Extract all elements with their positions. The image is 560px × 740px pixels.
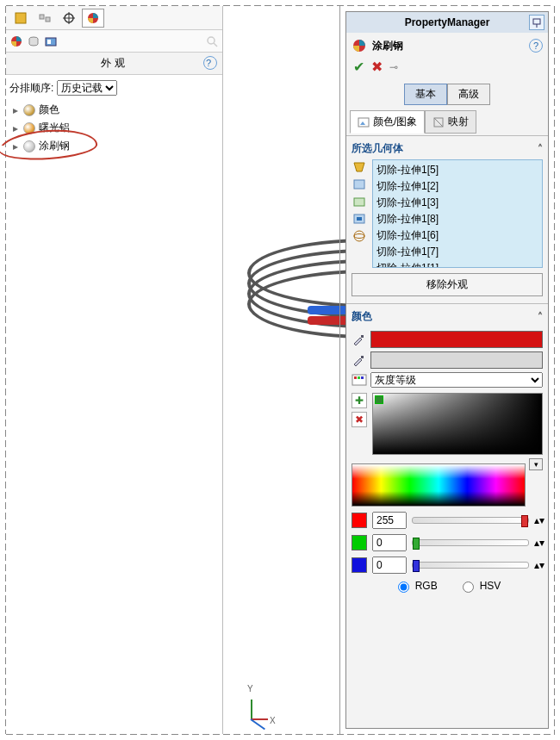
help-icon[interactable]: ?: [203, 56, 217, 70]
secondary-color-swatch[interactable]: [370, 351, 543, 369]
scene-icon[interactable]: [44, 34, 58, 48]
svg-rect-0: [16, 13, 26, 23]
feature-tree-icon[interactable]: [9, 9, 32, 28]
rgb-radio[interactable]: RGB: [394, 579, 438, 593]
geometry-header: 所选几何体: [352, 141, 403, 156]
config-icon[interactable]: [34, 9, 56, 28]
color-header: 颜色: [352, 309, 372, 324]
view-triad[interactable]: Y X: [242, 687, 280, 725]
remove-appearance-button[interactable]: 移除外观: [352, 273, 543, 296]
spinner-icon[interactable]: ▴▾: [534, 514, 543, 526]
list-item: 切除-拉伸1[2]: [375, 178, 540, 195]
eyedropper-icon[interactable]: [352, 353, 365, 367]
r-input[interactable]: [372, 512, 407, 529]
help-icon[interactable]: ?: [529, 39, 543, 53]
pin-icon[interactable]: ⊸: [389, 61, 398, 73]
filter-surface-icon[interactable]: [352, 228, 369, 244]
grayscale-select[interactable]: 灰度等级: [370, 372, 543, 388]
svg-rect-26: [361, 335, 364, 338]
svg-line-12: [214, 43, 217, 47]
spinner-icon[interactable]: ▴▾: [534, 537, 543, 549]
sort-row: 分排顺序: 历史记载: [6, 75, 222, 101]
pm-tabs: 颜色/图象 映射: [346, 109, 548, 135]
filter-part-icon[interactable]: [352, 159, 369, 175]
list-item: 切除-拉伸1[1]: [375, 260, 540, 268]
tree-item-brushed-steel[interactable]: ▸ 涂刷钢: [11, 137, 217, 155]
target-icon[interactable]: [58, 9, 80, 28]
tab-color-image[interactable]: 颜色/图象: [350, 110, 425, 134]
axis-x-label: X: [270, 716, 276, 725]
appearance-tree: ▸ 颜色 ▸ 曙光铝 ▸ 涂刷钢: [6, 101, 222, 155]
g-slider[interactable]: [412, 539, 529, 546]
g-swatch: [352, 535, 367, 550]
pushpin-icon[interactable]: [529, 15, 544, 30]
r-row: ▴▾: [352, 512, 543, 529]
geometry-list[interactable]: 切除-拉伸1[5] 切除-拉伸1[2] 切除-拉伸1[3] 切除-拉伸1[8] …: [372, 159, 543, 268]
tree-item[interactable]: ▸ 曙光铝: [11, 119, 217, 137]
list-item: 切除-拉伸1[5]: [375, 162, 540, 178]
expand-icon[interactable]: ▸: [11, 104, 20, 116]
swatch-icon: [23, 104, 35, 116]
swatch-icon: [23, 122, 35, 134]
search-icon[interactable]: [205, 34, 219, 48]
image-icon: [358, 116, 370, 128]
tree-item-label: 颜色: [39, 103, 59, 117]
svg-line-19: [434, 118, 443, 127]
swatch-icon: [23, 140, 35, 152]
mode-basic-button[interactable]: 基本: [404, 84, 447, 105]
svg-rect-20: [354, 180, 364, 189]
tab-mapping[interactable]: 映射: [425, 110, 476, 134]
mode-advanced-button[interactable]: 高级: [447, 84, 490, 105]
g-input[interactable]: [372, 534, 407, 551]
b-input[interactable]: [372, 557, 407, 574]
color-section: 颜色 ˄ 灰度等级 ✚ ✖: [346, 303, 548, 601]
sort-label: 分排顺序:: [9, 81, 53, 96]
appearance-tab-icon[interactable]: [82, 9, 104, 28]
add-color-button[interactable]: ✚: [352, 393, 367, 408]
remove-color-button[interactable]: ✖: [352, 412, 367, 427]
shade-picker[interactable]: [372, 393, 543, 455]
svg-rect-27: [361, 356, 364, 358]
pm-title-bar: PropertyManager: [346, 12, 548, 33]
pm-name: 涂刷钢: [372, 39, 403, 53]
pm-head: 涂刷钢 ?: [346, 33, 548, 59]
collapse-icon[interactable]: ˄: [538, 143, 543, 155]
expand-icon[interactable]: ▸: [11, 122, 20, 134]
filter-face-icon[interactable]: [352, 194, 369, 209]
filter-body-icon[interactable]: [352, 177, 369, 192]
expand-icon[interactable]: ▸: [11, 140, 20, 152]
hue-dropdown-icon[interactable]: ▾: [529, 458, 543, 470]
color-ball-icon[interactable]: [9, 34, 23, 48]
list-item: 切除-拉伸1[6]: [375, 227, 540, 244]
spinner-icon[interactable]: ▴▾: [534, 559, 543, 571]
b-slider[interactable]: [412, 562, 529, 569]
svg-point-25: [354, 234, 364, 239]
svg-rect-21: [354, 198, 364, 206]
mapping-icon: [432, 116, 445, 128]
primary-color-swatch[interactable]: [370, 331, 543, 348]
list-item: 切除-拉伸1[8]: [375, 211, 540, 227]
hue-picker[interactable]: [352, 463, 526, 507]
cancel-button[interactable]: ✖: [371, 59, 383, 75]
filter-feature-icon[interactable]: [352, 211, 369, 227]
svg-rect-31: [361, 376, 364, 379]
hsv-radio[interactable]: HSV: [458, 579, 501, 593]
svg-point-24: [354, 231, 364, 241]
shade-selector[interactable]: [375, 395, 383, 404]
mode-row: 基本 高级: [346, 80, 548, 109]
ok-button[interactable]: ✔: [353, 59, 364, 75]
left-panel: 外观 ? 分排顺序: 历史记载 ▸ 颜色 ▸ 曙光铝 ▸ 涂刷钢: [6, 6, 223, 734]
collapse-icon[interactable]: ˄: [538, 311, 543, 323]
eyedropper-icon[interactable]: [352, 333, 365, 346]
palette-icon[interactable]: [352, 372, 367, 388]
svg-rect-1: [40, 15, 44, 19]
model-viewport[interactable]: C Y X: [223, 6, 340, 734]
left-tab-strip: [6, 6, 222, 30]
svg-point-11: [208, 37, 215, 44]
db-icon[interactable]: [27, 34, 40, 48]
svg-rect-28: [352, 375, 366, 385]
r-slider[interactable]: [412, 517, 529, 524]
sort-select[interactable]: 历史记载: [57, 80, 117, 96]
tree-item[interactable]: ▸ 颜色: [11, 101, 217, 119]
svg-rect-13: [533, 19, 540, 24]
